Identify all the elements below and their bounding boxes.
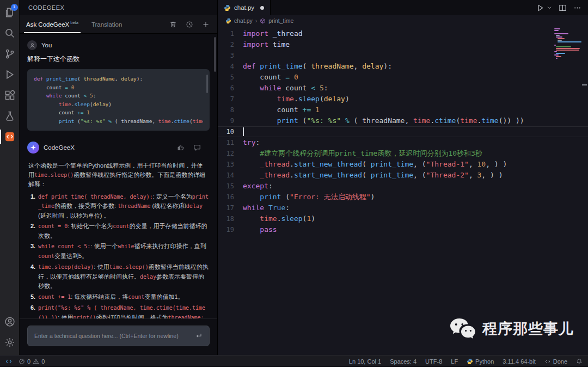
breadcrumb-symbol[interactable]: print_time [268, 17, 293, 24]
answer-list-item: 1.def print_time( threadName, delay):: 定… [30, 192, 209, 220]
chat-scrollbar[interactable] [214, 37, 216, 72]
new-chat-button[interactable] [202, 21, 210, 28]
user-message-header: You [20, 36, 217, 52]
line-number[interactable]: 15 [218, 181, 243, 192]
extensions-activity-item[interactable] [0, 85, 20, 106]
minimap[interactable] [554, 28, 580, 59]
sidebar-header: CODEGEEX [20, 0, 217, 15]
codegeex-activity-item[interactable] [0, 126, 20, 147]
run-dropdown[interactable] [547, 5, 552, 10]
line-number[interactable]: 13 [218, 159, 243, 170]
code-line-9[interactable]: 9 print ("%s: %s" % ( threadName, time.c… [218, 115, 588, 126]
eol-indicator[interactable]: LF [451, 358, 458, 365]
code-line-6[interactable]: 6 while count < 5: [218, 83, 588, 94]
code-line-7[interactable]: 7 time.sleep(delay) [218, 94, 588, 105]
status-bar: 0 0 Ln 10, Col 1 Spaces: 4 UTF-8 LF Pyth… [0, 355, 588, 367]
code-line-10[interactable]: 10 [218, 126, 588, 137]
settings-gear-activity-item[interactable] [0, 332, 20, 353]
sidebar-title: CODEGEEX [28, 4, 64, 11]
editor-code-area[interactable]: 1import _thread2import time34def print_t… [218, 26, 588, 355]
python-icon [467, 358, 473, 365]
activity-bar-bottom [0, 311, 19, 353]
more-actions-button[interactable] [573, 4, 581, 12]
testing-activity-item[interactable] [0, 106, 20, 126]
line-number[interactable]: 1 [218, 28, 243, 39]
encoding-indicator[interactable]: UTF-8 [425, 358, 442, 365]
search-activity-item[interactable] [0, 23, 20, 44]
question-code-block: def print_time( threadName, delay): coun… [27, 69, 210, 131]
input-placeholder: Enter a technical question here... (Ctrl… [34, 333, 179, 339]
list-marker: 1. [30, 192, 35, 201]
like-button[interactable] [177, 144, 185, 151]
line-number[interactable]: 14 [218, 170, 243, 181]
codegeex-status-label: Done [553, 358, 567, 365]
codegeex-status-indicator[interactable]: Done [544, 358, 567, 365]
code-line-11[interactable]: 11try: [218, 137, 588, 148]
code-line-4[interactable]: 4def print_time( threadName, delay): [218, 61, 588, 72]
line-number[interactable]: 16 [218, 192, 243, 203]
breadcrumb-file[interactable]: chat.py [234, 17, 253, 24]
run-button[interactable] [536, 4, 544, 12]
source-control-activity-item[interactable] [0, 44, 20, 64]
line-number[interactable]: 6 [218, 83, 243, 94]
line-number[interactable]: 2 [218, 39, 243, 50]
feedback-button[interactable] [193, 144, 201, 151]
line-number[interactable]: 19 [218, 224, 243, 235]
line-number[interactable]: 10 [218, 126, 243, 137]
python-file-icon [225, 18, 231, 24]
problems-indicator[interactable]: 0 0 [19, 358, 45, 365]
user-question: 解释一下这个函数 [20, 52, 217, 68]
code-line-8[interactable]: 8 count += 1 [218, 105, 588, 115]
code-line-13[interactable]: 13 _thread.start_new_thread( print_time,… [218, 159, 588, 170]
account-activity-item[interactable] [0, 311, 20, 332]
tab-translation[interactable]: Translation [85, 15, 128, 33]
python-interpreter-indicator[interactable]: 3.11.4 64-bit [503, 358, 535, 365]
clear-chat-button[interactable] [169, 21, 177, 28]
code-line-3[interactable]: 3 [218, 50, 588, 61]
sidebar-tabbar: Ask CodeGeeXbeta Translation [20, 15, 217, 34]
code-line-2[interactable]: 2import time [218, 39, 588, 50]
code-line-5[interactable]: 5 count = 0 [218, 72, 588, 83]
tab-translation-label: Translation [91, 21, 122, 28]
indentation-indicator[interactable]: Spaces: 4 [390, 358, 416, 365]
line-number[interactable]: 4 [218, 61, 243, 72]
code-line-12[interactable]: 12 #建立两个线程分别调用print_time函数，延迟时间分别为10秒和3秒 [218, 148, 588, 159]
tab-ask-codegeex[interactable]: Ask CodeGeeXbeta [20, 15, 85, 33]
warning-icon [33, 358, 39, 365]
line-number[interactable]: 17 [218, 203, 243, 213]
user-name: You [41, 42, 52, 48]
line-number[interactable]: 8 [218, 105, 243, 115]
code-line-1[interactable]: 1import _thread [218, 28, 588, 39]
history-button[interactable] [186, 21, 193, 28]
response-actions [177, 144, 210, 151]
run-debug-activity-item[interactable] [0, 64, 20, 85]
status-bar-left: 0 0 [5, 358, 45, 365]
line-number[interactable]: 5 [218, 72, 243, 83]
split-editor-button[interactable] [559, 4, 567, 12]
tab-chat-py[interactable]: chat.py [218, 0, 271, 15]
code-line-16[interactable]: 16 print ("Error: 无法启动线程") [218, 192, 588, 203]
notifications-bell[interactable] [576, 358, 583, 365]
line-number[interactable]: 18 [218, 213, 243, 224]
explorer-activity-item[interactable]: 1 [0, 2, 20, 23]
language-mode-indicator[interactable]: Python [467, 358, 494, 365]
code-line-15[interactable]: 15except: [218, 181, 588, 192]
line-number[interactable]: 7 [218, 94, 243, 105]
question-input[interactable]: Enter a technical question here... (Ctrl… [27, 326, 210, 346]
workbench: 1 CODEGEEX Ask CodeGeeXbeta Translation … [0, 0, 588, 355]
code-line-14[interactable]: 14 _thread.start_new_thread( print_time,… [218, 170, 588, 181]
cursor-position-indicator[interactable]: Ln 10, Col 1 [349, 358, 381, 365]
code-line-18[interactable]: 18 time.sleep(1) [218, 213, 588, 224]
chat-area: You 解释一下这个函数 def print_time( threadName,… [20, 34, 217, 318]
line-number[interactable]: 11 [218, 137, 243, 148]
code-line-19[interactable]: 19 pass [218, 224, 588, 235]
bell-icon [576, 358, 583, 365]
remote-indicator[interactable] [5, 358, 12, 365]
code-line-17[interactable]: 17while True: [218, 203, 588, 213]
line-number[interactable]: 12 [218, 148, 243, 159]
modified-indicator[interactable] [260, 6, 264, 10]
tab-label: chat.py [234, 4, 254, 11]
activity-badge: 1 [11, 4, 18, 11]
line-number[interactable]: 3 [218, 50, 243, 61]
line-number[interactable]: 9 [218, 115, 243, 126]
